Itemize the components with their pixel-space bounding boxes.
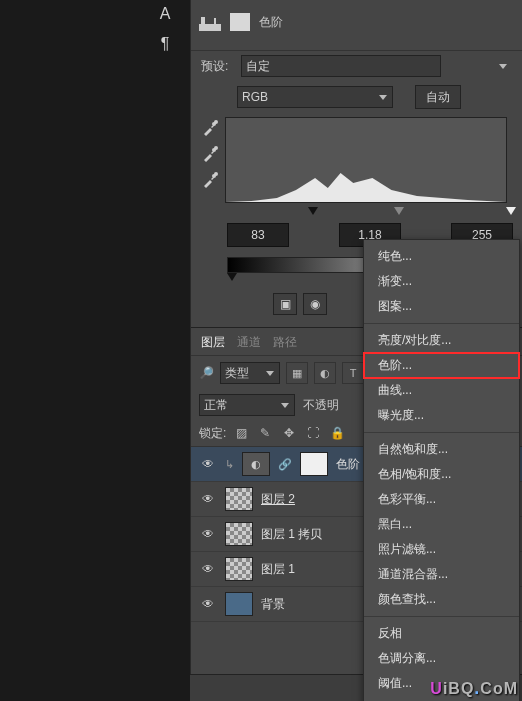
layer-name: 图层 1 <box>261 561 295 578</box>
mask-icon[interactable] <box>229 11 251 33</box>
visibility-icon[interactable]: 👁 <box>199 527 217 541</box>
preset-select[interactable]: 自定 <box>241 55 441 77</box>
paragraph-tool-icon[interactable]: ¶ <box>161 35 170 53</box>
clip-indicator-icon: ↳ <box>225 458 234 471</box>
tab-channels[interactable]: 通道 <box>237 334 261 351</box>
lock-position-icon[interactable]: ✥ <box>280 424 298 442</box>
menu-separator <box>364 432 519 433</box>
context-menu-item[interactable]: 纯色... <box>364 244 519 269</box>
visibility-icon[interactable]: 👁 <box>199 562 217 576</box>
context-menu-item[interactable]: 色相/饱和度... <box>364 462 519 487</box>
lock-artboard-icon[interactable]: ⛶ <box>304 424 322 442</box>
clip-to-layer-icon[interactable]: ▣ <box>273 293 297 315</box>
channel-select[interactable]: RGB <box>237 86 393 108</box>
type-tool-icon[interactable]: A <box>160 5 171 23</box>
layer-name: 图层 2 <box>261 491 295 508</box>
view-previous-icon[interactable]: ◉ <box>303 293 327 315</box>
canvas-area: A ¶ <box>0 0 190 701</box>
lock-all-icon[interactable]: 🔒 <box>328 424 346 442</box>
adjustment-context-menu: 纯色...渐变...图案...亮度/对比度...色阶...曲线...曝光度...… <box>363 239 520 701</box>
context-menu-item[interactable]: 渐变... <box>364 269 519 294</box>
lock-transparent-icon[interactable]: ▨ <box>232 424 250 442</box>
context-menu-item[interactable]: 曲线... <box>364 378 519 403</box>
watermark: UiBQ.CoM <box>430 678 518 699</box>
gray-eyedropper-icon[interactable] <box>201 145 219 163</box>
adjustment-title: 色阶 <box>259 14 283 31</box>
filter-adjust-icon[interactable]: ◐ <box>314 362 336 384</box>
preset-label: 预设: <box>201 58 235 75</box>
layer-name: 色阶 <box>336 456 360 473</box>
context-menu-item[interactable]: 色彩平衡... <box>364 487 519 512</box>
white-eyedropper-icon[interactable] <box>201 171 219 189</box>
layer-thumb <box>225 592 253 616</box>
filter-type-icon[interactable]: T <box>342 362 364 384</box>
layer-link-icon: 🔗 <box>278 458 292 471</box>
filter-pixel-icon[interactable]: ▦ <box>286 362 308 384</box>
context-menu-item[interactable]: 黑白... <box>364 512 519 537</box>
layer-name: 图层 1 拷贝 <box>261 526 322 543</box>
menu-separator <box>364 323 519 324</box>
input-sliders[interactable] <box>227 207 515 219</box>
layer-thumb <box>225 557 253 581</box>
context-menu-item[interactable]: 色阶... <box>364 353 519 378</box>
shadow-input[interactable] <box>227 223 289 247</box>
auto-button[interactable]: 自动 <box>415 85 461 109</box>
visibility-icon[interactable]: 👁 <box>199 457 217 471</box>
context-menu-item[interactable]: 照片滤镜... <box>364 537 519 562</box>
context-menu-item[interactable]: 曝光度... <box>364 403 519 428</box>
lock-label: 锁定: <box>199 425 226 442</box>
black-eyedropper-icon[interactable] <box>201 119 219 137</box>
tab-layers[interactable]: 图层 <box>201 334 225 351</box>
histogram-display[interactable] <box>225 117 507 203</box>
tab-paths[interactable]: 路径 <box>273 334 297 351</box>
context-menu-item[interactable]: 图案... <box>364 294 519 319</box>
context-menu-item[interactable]: 通道混合器... <box>364 562 519 587</box>
context-menu-item[interactable]: 亮度/对比度... <box>364 328 519 353</box>
opacity-label: 不透明 <box>303 397 339 414</box>
filter-kind-select[interactable]: 类型 <box>220 362 280 384</box>
visibility-icon[interactable]: 👁 <box>199 492 217 506</box>
layer-thumb <box>225 522 253 546</box>
adjustment-thumb-icon: ◐ <box>242 452 270 476</box>
blendmode-select[interactable]: 正常 <box>199 394 295 416</box>
context-menu-item[interactable]: 自然饱和度... <box>364 437 519 462</box>
visibility-icon[interactable]: 👁 <box>199 597 217 611</box>
context-menu-item[interactable]: 颜色查找... <box>364 587 519 612</box>
context-menu-item[interactable]: 色调分离... <box>364 646 519 671</box>
menu-separator <box>364 616 519 617</box>
levels-histogram-icon <box>199 11 221 33</box>
mask-thumb[interactable] <box>300 452 328 476</box>
layer-name: 背景 <box>261 596 285 613</box>
lock-paint-icon[interactable]: ✎ <box>256 424 274 442</box>
context-menu-item[interactable]: 反相 <box>364 621 519 646</box>
layer-thumb <box>225 487 253 511</box>
